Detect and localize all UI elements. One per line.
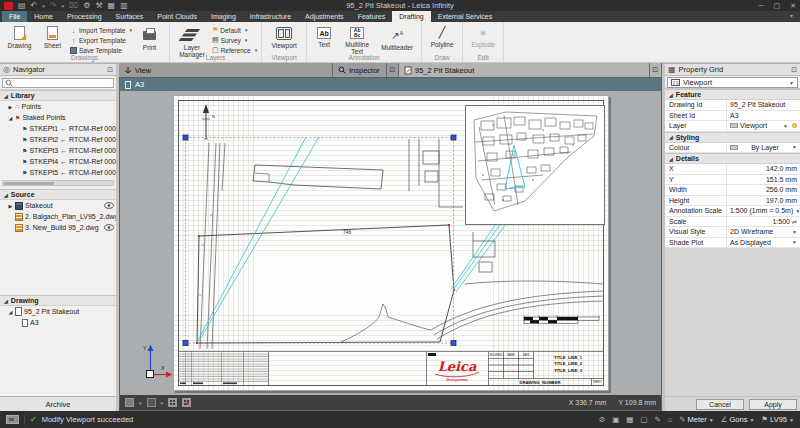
crs-dropdown[interactable]: ⚑ LV95 ▼ bbox=[761, 415, 794, 424]
layout-mode-caret-icon[interactable]: ▾ bbox=[161, 400, 164, 406]
tab-point-clouds[interactable]: Point Clouds bbox=[150, 11, 204, 22]
tab-imaging[interactable]: Imaging bbox=[204, 11, 243, 22]
tree-item-sheet-a3[interactable]: A3 bbox=[0, 317, 116, 328]
home-icon[interactable]: ⌂ bbox=[668, 415, 673, 424]
lightbulb-icon[interactable] bbox=[792, 123, 797, 128]
tools-icon[interactable]: ⚒ bbox=[95, 1, 102, 10]
height-value-input[interactable]: 197.0 mm bbox=[727, 196, 800, 206]
close-button[interactable]: ✕ bbox=[790, 2, 796, 10]
redo-icon[interactable]: ↷ bbox=[50, 1, 57, 10]
panel-icon[interactable]: ▣ bbox=[612, 415, 619, 424]
snap-grid-icon[interactable] bbox=[182, 398, 191, 407]
y-value-input[interactable]: 151.5 mm bbox=[727, 175, 800, 185]
tab-document[interactable]: 95_2 Pit Stakeout bbox=[399, 63, 650, 77]
scale-value-input[interactable]: 1:500 ⇄ bbox=[727, 217, 800, 227]
pin-icon[interactable]: ⊡ bbox=[791, 66, 797, 74]
width-value-input[interactable]: 256.0 mm bbox=[727, 185, 800, 195]
fill-mode-caret-icon[interactable]: ▾ bbox=[139, 400, 142, 406]
page-icon[interactable]: ▢ bbox=[640, 415, 647, 424]
styling-section-header[interactable]: ◢ Styling bbox=[665, 132, 800, 143]
tree-item-dwg-newbuild[interactable]: 3. New_Build 95_2.dwg bbox=[0, 222, 116, 233]
tree-item-stakeout[interactable]: ▶ Stakeout bbox=[0, 200, 116, 211]
tab-features[interactable]: Features bbox=[351, 11, 393, 22]
import-template-button[interactable]: ↓ Import Template ▾ bbox=[70, 25, 132, 35]
viewport-handle[interactable] bbox=[451, 135, 456, 140]
cancel-button[interactable]: Cancel bbox=[696, 399, 744, 410]
horizontal-scrollbar[interactable] bbox=[2, 180, 114, 186]
circle-slash-icon[interactable]: ⊘ bbox=[599, 415, 605, 424]
undo-caret-icon[interactable]: ▾ bbox=[42, 3, 45, 9]
colour-dropdown[interactable]: By Layer ▼ bbox=[727, 143, 800, 153]
a3-sheet[interactable]: N bbox=[173, 95, 609, 391]
pin-icon[interactable]: ⊡ bbox=[650, 63, 662, 77]
expand-arrow-icon[interactable]: ◢ bbox=[8, 115, 13, 121]
details-section-header[interactable]: ◢ Details bbox=[665, 153, 800, 164]
delete-icon[interactable]: ⌧ bbox=[69, 1, 78, 10]
apply-button[interactable]: Apply bbox=[749, 399, 797, 410]
tab-inspector[interactable]: Inspector bbox=[333, 63, 387, 77]
annotation-scale-dropdown[interactable]: 1:500 (1mm = 0.5m) ▼ bbox=[727, 206, 800, 216]
feature-section-header[interactable]: ◢ Feature bbox=[665, 89, 800, 100]
tab-view[interactable]: View bbox=[119, 63, 333, 77]
grid-view-icon[interactable]: ▦ bbox=[108, 1, 116, 10]
polyline-button[interactable]: ╱ Polyline bbox=[426, 23, 458, 48]
viewport-handle[interactable] bbox=[183, 341, 188, 346]
tree-item-stkept3[interactable]: ⚑ STKEPt3 ← RTCM-Ref 0000 (07/10/ bbox=[0, 145, 116, 156]
settings-icon[interactable]: ⚙ bbox=[83, 1, 90, 10]
x-value-input[interactable]: 142.0 mm bbox=[727, 164, 800, 174]
layer-survey-dropdown[interactable]: ▤ Survey ▾ bbox=[212, 35, 257, 45]
drawing-button[interactable]: Drawing bbox=[4, 23, 35, 49]
tree-item-points[interactable]: ▶ ∴ Points bbox=[0, 101, 116, 112]
tab-file[interactable]: File bbox=[2, 11, 27, 22]
scrollbar-thumb[interactable] bbox=[4, 182, 54, 185]
visual-style-dropdown[interactable]: 2D Wireframe ▼ bbox=[727, 227, 800, 237]
tree-item-stkept2[interactable]: ⚑ STKEPt2 ← RTCM-Ref 0000 (07/10/ bbox=[0, 134, 116, 145]
tree-item-dwg-balgach[interactable]: 2. Balgach_Plan_LV95_2.dwg bbox=[0, 211, 116, 222]
tab-home[interactable]: Home bbox=[27, 11, 60, 22]
explode-button[interactable]: ✶ Explode bbox=[467, 23, 499, 48]
text-button[interactable]: Ab Text bbox=[311, 23, 337, 48]
sheet-button[interactable]: Sheet bbox=[37, 23, 68, 49]
viewport-button[interactable]: Viewport bbox=[266, 23, 302, 49]
tree-item-stkept1[interactable]: ⚑ STKEPt1 ← RTCM-Ref 0000 (07/10/ bbox=[0, 123, 116, 134]
viewport-handle[interactable] bbox=[451, 341, 456, 346]
shade-plot-dropdown[interactable]: As Displayed ▼ bbox=[727, 238, 800, 248]
viewport-selection[interactable] bbox=[186, 138, 454, 344]
selection-type-dropdown[interactable]: Viewport ▼ bbox=[667, 77, 798, 88]
library-section-header[interactable]: ◢ Library bbox=[0, 90, 116, 101]
scale-sync-icon[interactable]: ⇄ bbox=[792, 218, 797, 225]
maximize-button[interactable]: ▢ bbox=[774, 2, 781, 10]
viewport-handle[interactable] bbox=[183, 135, 188, 140]
drawing-section-header[interactable]: ◢ Drawing bbox=[0, 295, 116, 306]
navigator-search-input[interactable] bbox=[15, 80, 111, 87]
angle-units-dropdown[interactable]: ∠ Gons ▼ bbox=[721, 415, 755, 424]
pin-icon[interactable]: ⊡ bbox=[387, 63, 399, 77]
archive-button[interactable]: Archive bbox=[0, 396, 116, 411]
tab-infrastructure[interactable]: Infrastructure bbox=[243, 11, 298, 22]
layout-mode-icon[interactable] bbox=[147, 398, 156, 407]
visibility-eye-icon[interactable] bbox=[104, 202, 114, 209]
pencil-page-icon[interactable]: ✎ bbox=[654, 415, 660, 424]
print-button[interactable]: Print bbox=[134, 23, 165, 51]
layer-dropdown[interactable]: Viewport ▼ bbox=[727, 121, 800, 131]
multileader-button[interactable]: ↗A Multileader bbox=[377, 23, 417, 51]
layer-default-dropdown[interactable]: ⚑ Default ▾ bbox=[212, 25, 257, 35]
units-dropdown[interactable]: ✎ Meter ▼ bbox=[679, 415, 713, 424]
message-panel-icon[interactable] bbox=[6, 415, 19, 424]
tab-drafting[interactable]: Drafting bbox=[392, 11, 431, 22]
drawing-canvas[interactable]: N bbox=[120, 91, 661, 395]
print-icon[interactable]: ▥ bbox=[120, 1, 128, 10]
redo-caret-icon[interactable]: ▾ bbox=[61, 3, 64, 9]
tree-item-stkept5[interactable]: ⚑ STKEPt5 ← RTCM-Ref 0000 (07/10/ bbox=[0, 167, 116, 178]
multiline-text-button[interactable]: AbBc Multiline Text bbox=[339, 23, 375, 55]
tab-surfaces[interactable]: Surfaces bbox=[109, 11, 151, 22]
tab-adjustments[interactable]: Adjustments bbox=[298, 11, 351, 22]
save-icon[interactable]: ▤ bbox=[18, 1, 26, 10]
visibility-eye-icon[interactable] bbox=[104, 224, 114, 231]
undo-icon[interactable]: ↶ bbox=[31, 1, 38, 10]
grid-toggle-icon[interactable] bbox=[168, 398, 177, 407]
tree-item-staked-points[interactable]: ◢ ⚑ Staked Points bbox=[0, 112, 116, 123]
minimize-button[interactable]: ─ bbox=[759, 2, 764, 10]
expand-arrow-icon[interactable]: ▶ bbox=[8, 104, 13, 110]
expand-arrow-icon[interactable]: ▶ bbox=[8, 203, 13, 209]
